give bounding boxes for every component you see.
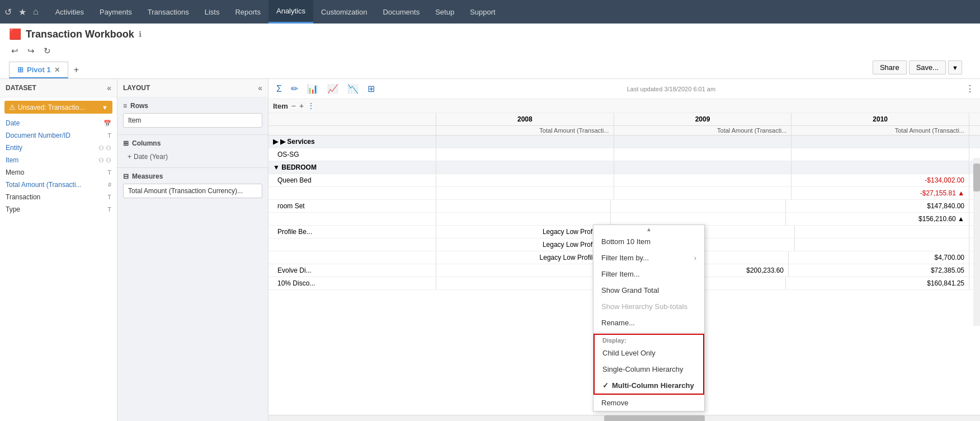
collapse-button[interactable]: − xyxy=(291,101,296,110)
dataset-item-transaction-icon: T xyxy=(107,194,111,200)
item-label: Item xyxy=(273,102,288,110)
services-2008 xyxy=(436,135,614,148)
chart1-button[interactable]: 📊 xyxy=(305,82,321,95)
vertical-scrollbar[interactable] xyxy=(973,158,980,326)
amount-2008-header: Total Amount (Transacti... xyxy=(436,126,614,135)
queenbed-label: Queen Bed xyxy=(268,174,436,186)
services-row[interactable]: ▶ ▶ Services xyxy=(268,135,436,148)
dataset-item-type[interactable]: Type T xyxy=(0,203,117,216)
add-tab-button[interactable]: + xyxy=(68,62,84,78)
queenbed-2010: -$134,002.00 xyxy=(791,174,969,186)
layout-rows-item[interactable]: Item xyxy=(123,113,262,128)
row2-2009 xyxy=(614,187,792,199)
table-row: $156,210.60 ▲ xyxy=(268,213,980,226)
redo-back-button[interactable]: ↪ xyxy=(25,45,37,57)
page-header: 🟥 Transaction Workbook ℹ Share Save... ▼… xyxy=(0,24,980,79)
dataset-item-memo[interactable]: Memo T xyxy=(0,166,117,179)
layout-collapse-button[interactable]: « xyxy=(258,83,262,92)
chart3-button[interactable]: 📉 xyxy=(345,82,361,95)
chart2-button[interactable]: 📈 xyxy=(325,82,341,95)
queenbed-2009 xyxy=(614,174,792,186)
save-button[interactable]: Save... xyxy=(909,60,946,74)
sigma-button[interactable]: Σ xyxy=(274,83,284,95)
row4-2009 xyxy=(611,213,785,225)
dataset-item-item[interactable]: Item ⚇ ⚇ xyxy=(0,154,117,166)
ctx-display-section: Display: Child Level Only Single-Column … xyxy=(593,334,704,395)
home-icon[interactable]: ⌂ xyxy=(33,7,39,17)
undo-button[interactable]: ↩ xyxy=(9,45,21,57)
save-dropdown-button[interactable]: ▼ xyxy=(948,60,962,74)
rows-label: Rows xyxy=(130,102,148,110)
layout-measures-item[interactable]: Total Amount (Transaction Currency)... xyxy=(123,184,262,198)
nav-activities[interactable]: Activities xyxy=(48,0,92,24)
v-scroll-thumb[interactable] xyxy=(973,163,980,191)
ctx-single-col[interactable]: Single-Column Hierarchy xyxy=(595,361,703,377)
dataset-item-transaction[interactable]: Transaction T xyxy=(0,191,117,203)
roomset-label: room Set xyxy=(268,200,436,212)
ctx-multi-col[interactable]: ✓ Multi-Column Hierarchy xyxy=(595,377,703,394)
nav-setup[interactable]: Setup xyxy=(427,0,462,24)
refresh-button[interactable]: ↻ xyxy=(41,45,53,57)
expand-button[interactable]: + xyxy=(299,101,304,110)
dataset-collapse-button[interactable]: « xyxy=(107,83,111,92)
columns-label: Columns xyxy=(132,139,161,147)
nav-lists[interactable]: Lists xyxy=(197,0,228,24)
dataset-item-entity-icon: ⚇ ⚇ xyxy=(98,144,111,152)
services-label: ▶ Services xyxy=(280,138,315,146)
profile3-label xyxy=(268,251,436,264)
ctx-grand-total[interactable]: Show Grand Total xyxy=(593,282,704,298)
dataset-item-totalamt-icon: # xyxy=(108,181,111,188)
measures-icon: ⊟ xyxy=(123,172,129,180)
year-2008-header: 2008 xyxy=(436,113,614,125)
ctx-hierarchy-subtotals: Show Hierarchy Sub-totals xyxy=(593,298,704,315)
bedroom-row[interactable]: ▼ BEDROOM xyxy=(268,161,436,174)
table-row: Queen Bed -$134,002.00 xyxy=(268,174,980,187)
layout-columns-add[interactable]: + Date (Year) xyxy=(123,151,262,163)
tab-pivot1[interactable]: ⊞ Pivot 1 ✕ xyxy=(9,62,68,78)
dataset-item-date-label: Date xyxy=(6,119,20,127)
ctx-bottom10[interactable]: Bottom 10 Item xyxy=(593,233,704,250)
dataset-item-totalamt[interactable]: Total Amount (Transacti... # xyxy=(0,179,117,191)
horizontal-scrollbar[interactable] xyxy=(268,415,980,421)
dataset-item-memo-label: Memo xyxy=(6,169,24,176)
dataset-unsaved[interactable]: ⚠ Unsaved: Transactio... ▼ xyxy=(4,101,112,114)
nav-icon-group: ↺ ★ ⌂ xyxy=(4,7,39,17)
grid-options-button[interactable]: ⋮ xyxy=(307,101,315,110)
dataset-item-date-icon: 📅 xyxy=(103,120,111,127)
more-options-button[interactable]: ⋮ xyxy=(965,83,974,94)
nav-reports[interactable]: Reports xyxy=(227,0,268,24)
action-buttons: Share Save... ▼ xyxy=(873,60,962,74)
dataset-item-entity[interactable]: Entity ⚇ ⚇ xyxy=(0,142,117,154)
ctx-rename[interactable]: Rename... xyxy=(593,315,704,331)
info-icon[interactable]: ℹ xyxy=(139,30,142,39)
ctx-filter[interactable]: Filter Item... xyxy=(593,266,704,282)
filter-button[interactable]: ⊞ xyxy=(365,82,377,95)
dataset-item-docid[interactable]: Document Number/ID T xyxy=(0,129,117,142)
edit-button[interactable]: ✏ xyxy=(289,82,300,95)
ctx-filter-by[interactable]: Filter Item by... xyxy=(593,250,704,266)
share-button[interactable]: Share xyxy=(873,60,907,74)
nav-documents[interactable]: Documents xyxy=(375,0,427,24)
columns-icon: ⊞ xyxy=(123,139,129,147)
nav-support[interactable]: Support xyxy=(462,0,503,24)
nav-analytics[interactable]: Analytics xyxy=(268,0,313,24)
top-navigation: ↺ ★ ⌂ Activities Payments Transactions L… xyxy=(0,0,980,24)
dataset-item-date[interactable]: Date 📅 xyxy=(0,117,117,129)
dataset-item-totalamt-label: Total Amount (Transacti... xyxy=(6,181,82,189)
refresh-icon[interactable]: ↺ xyxy=(4,7,12,17)
os-sg-2010 xyxy=(791,148,969,161)
tabs-row: ⊞ Pivot 1 ✕ + xyxy=(9,62,971,78)
ctx-multi-col-label: Multi-Column Hierarchy xyxy=(612,381,694,390)
layout-panel: LAYOUT « ≡ Rows Item ⊞ Columns + Date (Y… xyxy=(117,79,268,421)
layout-rows-section: ≡ Rows Item xyxy=(117,97,268,134)
star-icon[interactable]: ★ xyxy=(18,7,26,17)
nav-payments[interactable]: Payments xyxy=(92,0,140,24)
h-scroll-thumb[interactable] xyxy=(604,415,705,421)
ctx-child-level[interactable]: Child Level Only xyxy=(595,345,703,361)
ctx-remove[interactable]: Remove xyxy=(593,395,704,411)
nav-transactions[interactable]: Transactions xyxy=(140,0,197,24)
nav-customization[interactable]: Customization xyxy=(313,0,375,24)
unsaved-dropdown-icon: ▼ xyxy=(102,104,108,111)
tab-close-button[interactable]: ✕ xyxy=(54,66,60,74)
table-row: -$27,155.81 ▲ xyxy=(268,187,980,200)
